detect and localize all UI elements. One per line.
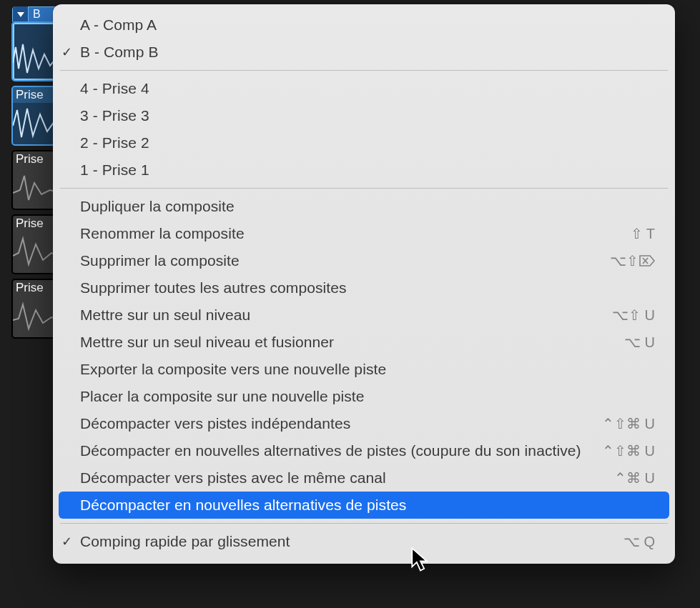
menu-item-label: Décompacter vers pistes avec le même can… — [80, 469, 614, 487]
menu-item-label: Supprimer la composite — [80, 252, 610, 269]
menu-item-take[interactable]: 4 - Prise 4 — [53, 75, 675, 102]
menu-item-duplicate-comp[interactable]: Dupliquer la composite — [53, 193, 675, 220]
checkmark-icon: ✓ — [61, 44, 72, 60]
take-folder-region[interactable] — [11, 21, 59, 81]
menu-shortcut: ⌃⇧⌘ U — [602, 442, 655, 459]
menu-item-label: Exporter la composite vers une nouvelle … — [80, 361, 655, 378]
waveform-icon — [13, 297, 59, 333]
waveform-icon — [13, 40, 59, 76]
shortcut-text: ⌥⇧ — [610, 252, 639, 269]
menu-item-unpack-same-channel[interactable]: Décompacter vers pistes avec le même can… — [53, 464, 675, 492]
menu-item-label: Mettre sur un seul niveau — [80, 307, 612, 324]
menu-shortcut: ⌃⌘ U — [614, 469, 655, 487]
menu-item-comp[interactable]: ✓ A - Comp A — [53, 11, 675, 39]
menu-shortcut: ⌥⇧ U — [612, 307, 655, 324]
waveform-icon — [13, 233, 59, 269]
take-region[interactable]: Prise — [11, 214, 59, 274]
menu-item-take[interactable]: 1 - Prise 1 — [53, 156, 675, 184]
menu-item-label: Comping rapide par glissement — [80, 533, 623, 550]
menu-item-label: Décompacter en nouvelles alternatives de… — [80, 442, 602, 459]
menu-item-take[interactable]: 2 - Prise 2 — [53, 129, 675, 156]
menu-item-export-new-track[interactable]: Exporter la composite vers une nouvelle … — [53, 356, 675, 383]
menu-shortcut: ⌥ U — [624, 334, 655, 351]
menu-item-label: 1 - Prise 1 — [80, 161, 655, 179]
menu-item-take[interactable]: 3 - Prise 3 — [53, 102, 675, 129]
take-region[interactable]: Prise — [11, 150, 59, 210]
menu-item-label: 4 - Prise 4 — [80, 80, 655, 97]
menu-item-label: 2 - Prise 2 — [80, 134, 655, 151]
menu-separator — [60, 188, 668, 189]
menu-item-label: Supprimer toutes les autres composites — [80, 279, 655, 296]
menu-item-unpack-alts-muted[interactable]: Décompacter en nouvelles alternatives de… — [53, 437, 675, 464]
menu-item-unpack-alts[interactable]: Décompacter en nouvelles alternatives de… — [59, 492, 669, 519]
menu-item-move-new-track[interactable]: Placer la composite sur une nouvelle pis… — [53, 383, 675, 410]
menu-shortcut: ⌃⇧⌘ U — [602, 415, 655, 432]
menu-shortcut: ⌥ Q — [623, 533, 655, 550]
menu-item-delete-other-comps[interactable]: Supprimer toutes les autres composites — [53, 274, 675, 301]
menu-item-flatten-merge[interactable]: Mettre sur un seul niveau et fusionner ⌥… — [53, 329, 675, 356]
take-region[interactable]: Prise — [11, 86, 59, 146]
menu-item-label: Mettre sur un seul niveau et fusionner — [80, 334, 624, 351]
menu-item-unpack-new-tracks[interactable]: Décompacter vers pistes indépendantes ⌃⇧… — [53, 410, 675, 437]
take-label: Prise — [13, 151, 57, 167]
menu-item-label: Renommer la composite — [80, 225, 631, 242]
menu-item-label: Décompacter vers pistes indépendantes — [80, 415, 602, 432]
take-label: Prise — [13, 280, 57, 296]
delete-forward-icon — [639, 254, 655, 267]
menu-separator — [60, 523, 668, 524]
menu-shortcut: ⌥⇧ — [610, 252, 655, 269]
waveform-icon — [13, 169, 59, 204]
waveform-icon — [13, 104, 59, 140]
menu-item-label: B - Comp B — [80, 44, 655, 61]
menu-item-label: Décompacter en nouvelles alternatives de… — [80, 497, 655, 514]
take-region[interactable]: Prise — [11, 279, 59, 339]
menu-item-label: Dupliquer la composite — [80, 198, 655, 215]
menu-item-label: Placer la composite sur une nouvelle pis… — [80, 388, 655, 405]
take-label: Prise — [13, 87, 57, 103]
menu-item-label: A - Comp A — [80, 16, 655, 34]
menu-item-delete-comp[interactable]: Supprimer la composite ⌥⇧ — [53, 247, 675, 274]
menu-shortcut: ⇧ T — [631, 225, 655, 242]
take-folder-context-menu: ✓ A - Comp A ✓ B - Comp B 4 - Prise 4 3 … — [53, 4, 675, 564]
menu-item-comp[interactable]: ✓ B - Comp B — [53, 39, 675, 66]
menu-item-flatten[interactable]: Mettre sur un seul niveau ⌥⇧ U — [53, 301, 675, 329]
menu-item-quick-swipe-comping[interactable]: ✓ Comping rapide par glissement ⌥ Q — [53, 528, 675, 555]
menu-item-label: 3 - Prise 3 — [80, 107, 655, 124]
menu-item-rename-comp[interactable]: Renommer la composite ⇧ T — [53, 220, 675, 247]
checkmark-icon: ✓ — [61, 534, 72, 549]
take-label: Prise — [13, 216, 57, 231]
menu-separator — [60, 70, 668, 71]
